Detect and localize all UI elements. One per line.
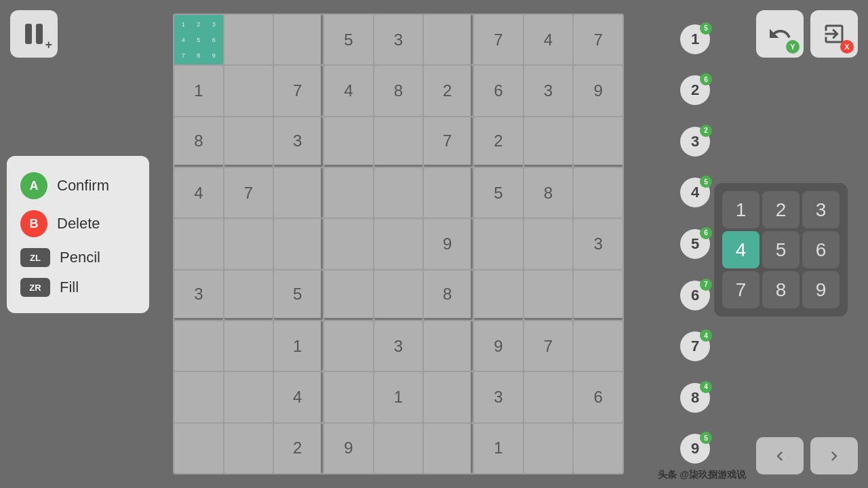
cell-1-0[interactable]: 1 [174, 66, 223, 115]
num-btn-9[interactable]: 9 [802, 271, 840, 308]
cell-2-1[interactable] [224, 117, 273, 167]
row-counter-2[interactable]: 26 [680, 75, 710, 105]
row-counter-4[interactable]: 45 [680, 178, 710, 207]
cell-8-4[interactable] [374, 424, 423, 473]
cell-6-2[interactable]: 1 [274, 321, 323, 371]
cell-1-7[interactable]: 3 [524, 66, 573, 115]
cell-8-8[interactable] [574, 424, 623, 473]
row-counter-7[interactable]: 74 [680, 331, 710, 361]
row-counter-1[interactable]: 15 [680, 24, 710, 54]
cell-6-8[interactable] [574, 321, 623, 371]
cell-4-3[interactable] [324, 219, 373, 268]
num-btn-6[interactable]: 6 [802, 231, 840, 268]
cell-1-8[interactable]: 9 [574, 66, 623, 115]
cell-7-1[interactable] [224, 372, 273, 422]
cell-6-7[interactable]: 7 [524, 321, 573, 371]
cell-4-5[interactable]: 9 [424, 219, 473, 268]
cell-0-0[interactable]: 123456789 [174, 15, 223, 64]
cell-0-5[interactable] [424, 15, 473, 64]
cell-6-6[interactable]: 9 [474, 321, 523, 371]
cell-0-1[interactable] [224, 15, 273, 64]
cell-5-0[interactable]: 3 [174, 270, 223, 320]
cell-5-1[interactable] [224, 270, 273, 320]
cell-3-1[interactable]: 7 [224, 168, 273, 218]
cell-6-5[interactable] [424, 321, 473, 371]
cell-0-4[interactable]: 3 [374, 15, 423, 64]
cell-8-0[interactable] [174, 424, 223, 473]
cell-4-6[interactable] [474, 219, 523, 268]
cell-4-7[interactable] [524, 219, 573, 268]
undo-button[interactable]: Y [756, 10, 804, 58]
cell-8-2[interactable]: 2 [274, 424, 323, 473]
cell-7-0[interactable] [174, 372, 223, 422]
cell-3-7[interactable]: 8 [524, 168, 573, 218]
cell-7-4[interactable]: 1 [374, 372, 423, 422]
cell-7-8[interactable]: 6 [574, 372, 623, 422]
cell-8-5[interactable] [424, 424, 473, 473]
cell-4-4[interactable] [374, 219, 423, 268]
cell-1-5[interactable]: 2 [424, 66, 473, 115]
cell-5-6[interactable] [474, 270, 523, 320]
cell-3-3[interactable] [324, 168, 373, 218]
cell-2-7[interactable] [524, 117, 573, 167]
cell-5-5[interactable]: 8 [424, 270, 473, 320]
prev-button[interactable] [756, 437, 804, 474]
cell-6-3[interactable] [324, 321, 373, 371]
cell-0-6[interactable]: 7 [474, 15, 523, 64]
cell-5-8[interactable] [574, 270, 623, 320]
cell-4-8[interactable]: 3 [574, 219, 623, 268]
next-button[interactable] [810, 437, 858, 474]
exit-button[interactable]: X [810, 10, 858, 58]
cell-3-8[interactable] [574, 168, 623, 218]
cell-1-4[interactable]: 8 [374, 66, 423, 115]
cell-7-6[interactable]: 3 [474, 372, 523, 422]
cell-2-5[interactable]: 7 [424, 117, 473, 167]
cell-8-3[interactable]: 9 [324, 424, 373, 473]
cell-6-0[interactable] [174, 321, 223, 371]
cell-8-7[interactable] [524, 424, 573, 473]
confirm-control[interactable]: A Confirm [20, 167, 136, 205]
cell-2-8[interactable] [574, 117, 623, 167]
pause-button[interactable]: + [10, 10, 58, 58]
cell-3-2[interactable] [274, 168, 323, 218]
row-counter-6[interactable]: 67 [680, 281, 710, 310]
num-btn-2[interactable]: 2 [762, 191, 800, 228]
cell-0-7[interactable]: 4 [524, 15, 573, 64]
row-counter-5[interactable]: 56 [680, 229, 710, 259]
num-btn-1[interactable]: 1 [722, 191, 760, 228]
cell-4-2[interactable] [274, 219, 323, 268]
cell-5-4[interactable] [374, 270, 423, 320]
num-btn-3[interactable]: 3 [802, 191, 840, 228]
cell-3-6[interactable]: 5 [474, 168, 523, 218]
cell-1-6[interactable]: 6 [474, 66, 523, 115]
cell-7-7[interactable] [524, 372, 573, 422]
num-btn-8[interactable]: 8 [762, 271, 800, 308]
cell-5-3[interactable] [324, 270, 373, 320]
cell-5-2[interactable]: 5 [274, 270, 323, 320]
cell-3-4[interactable] [374, 168, 423, 218]
cell-1-3[interactable]: 4 [324, 66, 373, 115]
cell-6-4[interactable]: 3 [374, 321, 423, 371]
row-counter-8[interactable]: 84 [680, 383, 710, 413]
cell-1-1[interactable] [224, 66, 273, 115]
fill-control[interactable]: ZR Fill [20, 272, 136, 302]
num-btn-4[interactable]: 4 [722, 231, 760, 268]
cell-3-0[interactable]: 4 [174, 168, 223, 218]
pencil-control[interactable]: ZL Pencil [20, 243, 136, 272]
num-btn-7[interactable]: 7 [722, 271, 760, 308]
row-counter-9[interactable]: 95 [680, 434, 710, 464]
cell-4-0[interactable] [174, 219, 223, 268]
cell-3-5[interactable] [424, 168, 473, 218]
cell-8-6[interactable]: 1 [474, 424, 523, 473]
cell-2-3[interactable] [324, 117, 373, 167]
cell-2-6[interactable]: 2 [474, 117, 523, 167]
row-counter-3[interactable]: 32 [680, 127, 710, 157]
cell-8-1[interactable] [224, 424, 273, 473]
cell-0-2[interactable] [274, 15, 323, 64]
cell-6-1[interactable] [224, 321, 273, 371]
cell-0-8[interactable]: 7 [574, 15, 623, 64]
delete-control[interactable]: B Delete [20, 205, 136, 243]
num-btn-5[interactable]: 5 [762, 231, 800, 268]
cell-7-3[interactable] [324, 372, 373, 422]
cell-7-5[interactable] [424, 372, 473, 422]
